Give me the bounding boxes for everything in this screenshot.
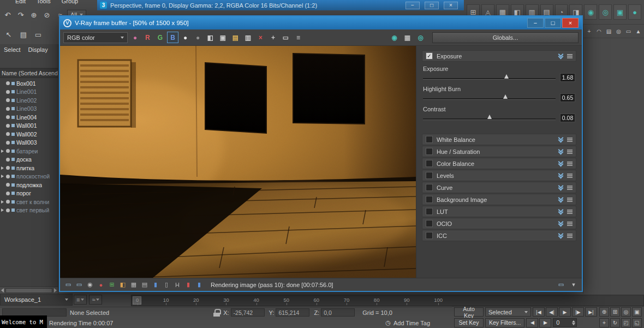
render-viewport[interactable]	[60, 46, 416, 278]
section-checkbox[interactable]	[426, 220, 433, 227]
section-menu-icon[interactable]	[567, 222, 573, 226]
auto-key-button[interactable]: Auto Key	[454, 307, 484, 317]
frame-number-field[interactable]: 0	[553, 318, 577, 327]
section-checkbox[interactable]	[426, 172, 433, 179]
visibility-eye-icon[interactable]	[6, 98, 10, 102]
spinner-arrows-icon[interactable]	[572, 320, 576, 325]
pixel-marker-icon[interactable]: ●	[96, 280, 106, 290]
stamp-icon[interactable]: ≡	[293, 32, 304, 43]
scene-object-row[interactable]: батареи	[0, 147, 58, 156]
visibility-eye-icon[interactable]	[6, 115, 10, 119]
blue-channel-icon[interactable]: B	[167, 32, 178, 43]
x-coordinate-field[interactable]: X: -25,742	[223, 308, 264, 317]
vfb-titlebar[interactable]: V V-Ray frame buffer - [50% of 1500 x 95…	[60, 16, 582, 29]
zoom-extents-icon[interactable]: ◎	[621, 307, 631, 317]
slider-handle[interactable]	[503, 94, 508, 99]
slider-track[interactable]	[423, 115, 556, 121]
scene-object-row[interactable]: плитка	[0, 164, 58, 172]
gray-swatch-icon[interactable]: ▦	[129, 280, 139, 290]
correction-section-header[interactable]: Background Image	[422, 194, 576, 205]
scene-object-row[interactable]: Wall002	[0, 130, 58, 139]
green-channel-icon[interactable]: G	[154, 32, 166, 43]
history-icon[interactable]: H	[172, 280, 182, 290]
visibility-eye-icon[interactable]	[6, 149, 10, 153]
next-key-button[interactable]: |▶	[572, 307, 584, 317]
visibility-eye-icon[interactable]	[6, 132, 10, 136]
scene-object-row[interactable]: плоскостной	[0, 172, 58, 181]
correction-section-header[interactable]: ICC	[422, 230, 576, 241]
section-menu-icon[interactable]	[567, 210, 573, 214]
collapse-chevron-icon[interactable]	[558, 53, 563, 58]
scene-explorer-hscrollbar[interactable]	[0, 287, 58, 294]
display-tab-icon[interactable]: ▭	[624, 27, 633, 35]
hierarchy-tab-icon[interactable]: ▤	[605, 27, 613, 35]
visibility-eye-icon[interactable]	[6, 90, 10, 94]
select-by-name-icon[interactable]: ▤	[17, 28, 29, 40]
menu-item[interactable]: Tools	[37, 0, 51, 5]
ab-compare-blue-icon[interactable]: ▮	[194, 280, 204, 290]
section-menu-icon[interactable]	[567, 198, 573, 202]
track-mouse-icon[interactable]: +	[267, 32, 279, 43]
visibility-eye-icon[interactable]	[6, 200, 10, 204]
visibility-eye-icon[interactable]	[6, 192, 10, 195]
correction-section-header[interactable]: Color Balance	[422, 158, 576, 169]
section-checkbox[interactable]	[426, 232, 433, 239]
next-frame-button[interactable]: ▶	[539, 318, 551, 327]
orange-swatch-icon[interactable]: ◧	[118, 280, 128, 290]
vfb-region-toggle-icon[interactable]: ▭	[556, 280, 566, 290]
menu-item[interactable]: Group	[62, 0, 79, 5]
scene-object-row[interactable]: доска	[0, 156, 58, 164]
correction-section-header[interactable]: Levels	[422, 170, 576, 181]
ab-compare-red-icon[interactable]: ▮	[183, 280, 193, 290]
section-checkbox[interactable]	[426, 136, 433, 143]
timeline-menu-button[interactable]: ≡	[74, 295, 87, 305]
zoom-region-icon[interactable]: ▣	[632, 307, 642, 317]
previous-frame-button[interactable]: ◀	[526, 318, 538, 327]
scene-object-row[interactable]: Line003	[0, 105, 58, 114]
menu-item[interactable]: Edit	[15, 0, 26, 5]
printer-icon[interactable]: ▦	[402, 32, 413, 43]
add-time-tag[interactable]: ◷ Add Time Tag	[385, 319, 430, 326]
green-grid-icon[interactable]: ⊞	[107, 280, 117, 290]
columns-icon[interactable]: ▯	[162, 280, 171, 290]
vfb-maximize-button[interactable]: □	[545, 18, 561, 28]
previous-key-button[interactable]: ◀|	[546, 307, 558, 317]
alpha-channel-icon[interactable]: ●	[180, 32, 191, 43]
set-key-button[interactable]: Set Key	[454, 318, 484, 327]
scene-explorer-menu-item[interactable]: Select	[4, 46, 21, 53]
zoom-all-icon[interactable]: ⊞	[610, 307, 620, 317]
render-setup-icon[interactable]: ◎	[599, 4, 612, 20]
scene-object-row[interactable]: порог	[0, 189, 58, 198]
section-menu-icon[interactable]	[567, 150, 573, 154]
collapse-chevron-icon[interactable]	[558, 173, 563, 178]
visibility-eye-icon[interactable]	[6, 175, 10, 178]
slider-track[interactable]	[423, 74, 556, 81]
section-menu-icon[interactable]	[567, 186, 573, 190]
expand-arrow-icon[interactable]	[1, 208, 4, 212]
open-image-icon[interactable]: ▤	[230, 32, 241, 43]
region-render-icon[interactable]: ▭	[280, 32, 291, 43]
y-coordinate-field[interactable]: Y: 615,214	[269, 308, 310, 317]
scene-object-row[interactable]: подложка	[0, 181, 58, 189]
monochrome-icon[interactable]: ●	[192, 32, 204, 43]
section-menu-icon[interactable]	[567, 162, 573, 166]
vfb-statusbar-collapse-icon[interactable]: ▾	[569, 280, 579, 290]
half-image-icon[interactable]: ▭	[63, 280, 73, 290]
expand-arrow-icon[interactable]	[1, 166, 4, 170]
undo-icon[interactable]: ↶	[2, 9, 14, 21]
play-button[interactable]: ▶	[559, 307, 571, 317]
visibility-eye-icon[interactable]	[6, 158, 10, 162]
exposure-checkbox[interactable]: ✓	[426, 52, 433, 59]
scrollbar-thumb[interactable]	[5, 288, 52, 293]
collapse-chevron-icon[interactable]	[558, 185, 563, 190]
orbit-icon[interactable]: ↻	[610, 318, 620, 327]
workspace-selector[interactable]: Workspace_1	[0, 294, 73, 306]
slider-handle[interactable]	[487, 115, 492, 119]
bg-minimize-button[interactable]: −	[406, 2, 420, 9]
key-filters-button[interactable]: Key Filters...	[485, 318, 524, 327]
rectangular-region-icon[interactable]: ▭	[32, 28, 44, 40]
rgb-ball-icon[interactable]: ●	[129, 32, 141, 43]
scene-object-row[interactable]: Line004	[0, 113, 58, 122]
selection-lock-icon[interactable]	[213, 309, 220, 317]
correction-section-header[interactable]: Hue / Saturation	[422, 146, 576, 157]
